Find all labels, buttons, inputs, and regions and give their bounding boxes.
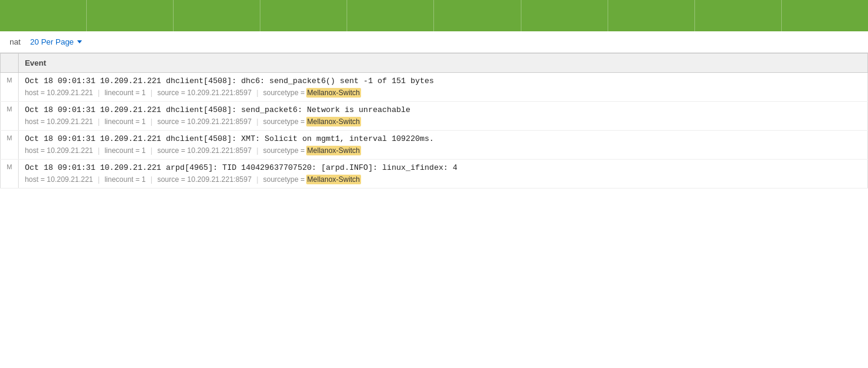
meta-source[interactable]: source = 10.209.21.221:8597 — [157, 175, 251, 184]
event-text: Oct 18 09:01:31 10.209.21.221 arpd[4965]… — [25, 163, 458, 172]
table-row: MOct 18 09:01:31 10.209.21.221 dhclient[… — [1, 131, 868, 145]
meta-separator: | — [256, 117, 258, 126]
top-bar-cell-5 — [347, 0, 434, 31]
meta-sourcetype[interactable]: sourcetype = Mellanox-Switch — [263, 175, 361, 184]
meta-sourcetype-prefix: sourcetype = — [263, 146, 305, 155]
meta-separator: | — [256, 146, 258, 155]
top-bar-cell-1 — [0, 0, 87, 31]
meta-separator: | — [151, 117, 153, 126]
event-meta-cell: host = 10.209.21.221|linecount = 1|sourc… — [19, 116, 868, 131]
meta-sourcetype[interactable]: sourcetype = Mellanox-Switch — [263, 117, 361, 126]
top-bar-cell-9 — [695, 0, 782, 31]
meta-separator: | — [256, 175, 258, 184]
meta-sourcetype-value[interactable]: Mellanox-Switch — [306, 175, 361, 184]
meta-sourcetype[interactable]: sourcetype = Mellanox-Switch — [263, 146, 361, 155]
top-bar-cell-10 — [782, 0, 868, 31]
event-text: Oct 18 09:01:31 10.209.21.221 dhclient[4… — [25, 76, 434, 86]
event-meta: host = 10.209.21.221|linecount = 1|sourc… — [25, 146, 861, 155]
meta-separator: | — [151, 89, 153, 97]
meta-separator: | — [151, 175, 153, 184]
table-row: MOct 18 09:01:31 10.209.21.221 dhclient[… — [1, 102, 868, 116]
meta-sourcetype-prefix: sourcetype = — [263, 117, 305, 126]
event-text-cell: Oct 18 09:01:31 10.209.21.221 dhclient[4… — [19, 131, 868, 145]
table-row: MOct 18 09:01:31 10.209.21.221 arpd[4965… — [1, 160, 868, 174]
events-table-container: Event MOct 18 09:01:31 10.209.21.221 dhc… — [0, 53, 868, 189]
meta-linecount[interactable]: linecount = 1 — [104, 175, 145, 184]
meta-source[interactable]: source = 10.209.21.221:8597 — [157, 117, 251, 126]
top-bar-cell-7 — [521, 0, 608, 31]
row-type-icon: M — [1, 160, 19, 174]
top-bar-cell-4 — [260, 0, 347, 31]
per-page-label: 20 Per Page — [30, 37, 74, 46]
table-header-row: Event — [1, 54, 868, 73]
meta-host[interactable]: host = 10.209.21.221 — [25, 89, 93, 97]
event-meta-cell: host = 10.209.21.221|linecount = 1|sourc… — [19, 173, 868, 189]
meta-sourcetype-prefix: sourcetype = — [263, 89, 305, 97]
row-type-icon: M — [1, 102, 19, 116]
row-type-icon: M — [1, 131, 19, 145]
meta-separator: | — [98, 146, 99, 155]
meta-sourcetype-value[interactable]: Mellanox-Switch — [306, 88, 361, 98]
meta-separator: | — [98, 89, 99, 97]
meta-sourcetype-value[interactable]: Mellanox-Switch — [306, 146, 361, 155]
event-text-cell: Oct 18 09:01:31 10.209.21.221 dhclient[4… — [19, 73, 868, 87]
table-row-meta: host = 10.209.21.221|linecount = 1|sourc… — [1, 145, 868, 160]
meta-host[interactable]: host = 10.209.21.221 — [25, 117, 93, 126]
per-page-dropdown[interactable]: 20 Per Page — [30, 37, 82, 46]
row-meta-icon-spacer — [1, 145, 19, 160]
chevron-down-icon — [77, 40, 82, 43]
meta-linecount[interactable]: linecount = 1 — [104, 117, 145, 126]
events-table: Event MOct 18 09:01:31 10.209.21.221 dhc… — [0, 53, 868, 189]
col-header-event: Event — [19, 54, 868, 73]
top-bar-cell-8 — [608, 0, 695, 31]
meta-separator: | — [151, 146, 153, 155]
top-bar-cell-6 — [434, 0, 521, 31]
controls-bar: nat 20 Per Page — [0, 31, 868, 53]
meta-separator: | — [256, 89, 258, 97]
meta-sourcetype-prefix: sourcetype = — [263, 175, 305, 184]
meta-source[interactable]: source = 10.209.21.221:8597 — [157, 89, 251, 97]
meta-host[interactable]: host = 10.209.21.221 — [25, 175, 93, 184]
table-row: MOct 18 09:01:31 10.209.21.221 dhclient[… — [1, 73, 868, 87]
top-bar — [0, 0, 868, 31]
row-meta-icon-spacer — [1, 87, 19, 102]
row-meta-icon-spacer — [1, 173, 19, 189]
meta-linecount[interactable]: linecount = 1 — [104, 146, 145, 155]
event-meta: host = 10.209.21.221|linecount = 1|sourc… — [25, 175, 861, 184]
event-text-cell: Oct 18 09:01:31 10.209.21.221 dhclient[4… — [19, 102, 868, 116]
table-row-meta: host = 10.209.21.221|linecount = 1|sourc… — [1, 116, 868, 131]
top-bar-cell-3 — [174, 0, 260, 31]
event-meta-cell: host = 10.209.21.221|linecount = 1|sourc… — [19, 87, 868, 102]
row-meta-icon-spacer — [1, 116, 19, 131]
meta-separator: | — [98, 117, 99, 126]
format-label: nat — [10, 37, 20, 46]
row-type-icon: M — [1, 73, 19, 87]
event-text: Oct 18 09:01:31 10.209.21.221 dhclient[4… — [25, 105, 410, 114]
col-header-icon — [1, 54, 19, 73]
meta-separator: | — [98, 175, 99, 184]
event-meta-cell: host = 10.209.21.221|linecount = 1|sourc… — [19, 145, 868, 160]
event-text: Oct 18 09:01:31 10.209.21.221 dhclient[4… — [25, 134, 434, 143]
meta-sourcetype-value[interactable]: Mellanox-Switch — [306, 117, 361, 126]
event-meta: host = 10.209.21.221|linecount = 1|sourc… — [25, 117, 861, 126]
top-bar-cell-2 — [87, 0, 174, 31]
table-row-meta: host = 10.209.21.221|linecount = 1|sourc… — [1, 173, 868, 189]
meta-sourcetype[interactable]: sourcetype = Mellanox-Switch — [263, 88, 361, 98]
meta-source[interactable]: source = 10.209.21.221:8597 — [157, 146, 251, 155]
event-text-cell: Oct 18 09:01:31 10.209.21.221 arpd[4965]… — [19, 160, 868, 174]
meta-linecount[interactable]: linecount = 1 — [104, 89, 145, 97]
meta-host[interactable]: host = 10.209.21.221 — [25, 146, 93, 155]
table-row-meta: host = 10.209.21.221|linecount = 1|sourc… — [1, 87, 868, 102]
event-meta: host = 10.209.21.221|linecount = 1|sourc… — [25, 88, 861, 98]
